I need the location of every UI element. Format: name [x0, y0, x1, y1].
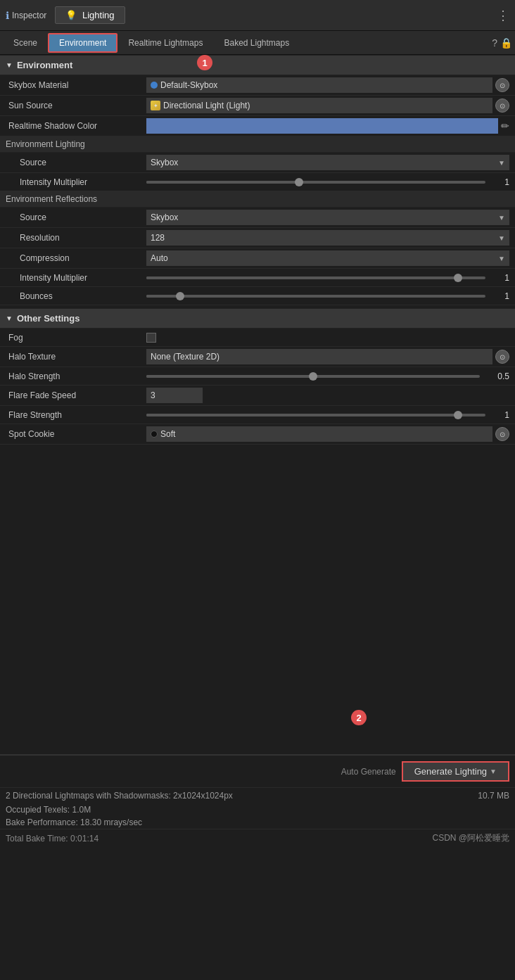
bounces-slider[interactable]: 1	[146, 291, 509, 301]
bounces-value: 1	[146, 291, 509, 301]
skybox-material-row: Skybox Material Default-Skybox ⊙	[0, 75, 515, 96]
tab-scene[interactable]: Scene	[3, 34, 48, 52]
slider-thumb[interactable]	[295, 178, 303, 186]
tab-baked-lightmaps[interactable]: Baked Lightmaps	[213, 34, 300, 52]
spot-cookie-value: Soft ⊙	[146, 426, 509, 442]
fog-checkbox[interactable]	[146, 333, 156, 343]
halo-texture-select-btn[interactable]: ⊙	[495, 350, 509, 364]
fog-label: Fog	[6, 333, 146, 343]
env-lighting-source-value: Skybox ▼	[146, 155, 509, 170]
halo-strength-val: 0.5	[484, 371, 509, 381]
environment-section-header[interactable]: ▼ Environment	[0, 55, 515, 75]
slider-track2	[146, 276, 485, 279]
bounces-row: Bounces 1	[0, 287, 515, 305]
slider-thumb3[interactable]	[176, 292, 184, 300]
env-reflections-intensity-value: 1	[146, 273, 509, 283]
inspector-tab[interactable]: ℹ Inspector	[6, 10, 46, 21]
lighting-tab[interactable]: 💡 Lighting	[55, 6, 125, 24]
env-reflections-source-value: Skybox ▼	[146, 210, 509, 225]
lock-icon[interactable]: 🔒	[500, 37, 512, 49]
generate-lighting-button[interactable]: Generate Lighting ▼	[402, 761, 509, 782]
slider-fill5	[146, 414, 458, 416]
halo-texture-field[interactable]: None (Texture 2D)	[146, 349, 492, 364]
env-reflections-intensity-val: 1	[490, 273, 509, 283]
tabs-row: Scene Environment Realtime Lightmaps Bak…	[0, 31, 515, 55]
env-reflections-source-label: Source	[6, 212, 146, 222]
skybox-material-value: Default-Skybox ⊙	[146, 77, 509, 93]
slider-track5	[146, 414, 485, 416]
badge-2: 2	[351, 710, 367, 725]
shadow-color-label: Realtime Shadow Color	[6, 121, 146, 131]
shadow-color-field[interactable]	[146, 118, 498, 134]
other-settings-section-header[interactable]: ▼ Other Settings	[0, 308, 515, 329]
compression-value: Auto ▼	[146, 250, 509, 266]
env-lighting-source-row: Source Skybox ▼	[0, 153, 515, 173]
slider-fill3	[146, 295, 180, 298]
slider-track3	[146, 295, 485, 298]
resolution-row: Resolution 128 ▼	[0, 228, 515, 248]
flare-strength-val: 1	[490, 410, 509, 420]
env-reflections-source-dropdown[interactable]: Skybox ▼	[146, 210, 509, 225]
env-lighting-intensity-label: Intensity Multiplier	[6, 177, 146, 187]
sun-source-label: Sun Source	[6, 101, 146, 110]
kebab-menu[interactable]: ⋮	[497, 8, 509, 23]
halo-texture-label: Halo Texture	[6, 352, 146, 362]
env-lighting-source-label: Source	[6, 158, 146, 167]
fog-value	[146, 333, 509, 343]
other-settings-title: Other Settings	[17, 313, 80, 324]
sun-source-row: Sun Source ✦ Directional Light (Light) ⊙	[0, 96, 515, 116]
env-reflections-intensity-slider[interactable]: 1	[146, 273, 509, 283]
spot-cookie-select-btn[interactable]: ⊙	[495, 427, 509, 441]
halo-texture-value: None (Texture 2D) ⊙	[146, 349, 509, 364]
slider-thumb4[interactable]	[309, 372, 317, 381]
skybox-dot-icon	[151, 82, 158, 89]
badge-1: 1	[197, 55, 212, 70]
sun-source-field[interactable]: ✦ Directional Light (Light)	[146, 98, 492, 113]
halo-strength-value: 0.5	[146, 371, 509, 381]
skybox-material-field[interactable]: Default-Skybox	[146, 77, 492, 93]
spot-cookie-row: Spot Cookie Soft ⊙	[0, 424, 515, 445]
shadow-color-value: ✏	[146, 118, 509, 134]
resolution-value: 128 ▼	[146, 230, 509, 246]
tab-environment[interactable]: Environment	[48, 33, 117, 53]
env-lighting-intensity-val: 1	[490, 177, 509, 187]
footer-row: Total Bake Time: 0:01:14 CSDN @阿松爱睡觉	[0, 829, 515, 848]
dropdown-arrow-icon: ▼	[498, 159, 505, 167]
halo-strength-row: Halo Strength 0.5	[0, 367, 515, 386]
halo-texture-row: Halo Texture None (Texture 2D) ⊙	[0, 347, 515, 367]
tab-realtime-lightmaps[interactable]: Realtime Lightmaps	[117, 34, 213, 52]
slider-thumb2[interactable]	[454, 274, 462, 282]
resolution-dropdown[interactable]: 128 ▼	[146, 230, 509, 246]
env-reflections-intensity-row: Intensity Multiplier 1	[0, 269, 515, 287]
halo-strength-label: Halo Strength	[6, 371, 146, 381]
fog-row: Fog	[0, 329, 515, 347]
slider-fill	[146, 181, 299, 184]
slider-thumb5[interactable]	[454, 411, 462, 419]
flare-fade-speed-label: Flare Fade Speed	[6, 390, 146, 400]
auto-generate-label: Auto Generate	[341, 767, 396, 777]
resolution-label: Resolution	[6, 233, 146, 243]
dropdown-arrow-icon4: ▼	[498, 255, 505, 262]
generate-lighting-label: Generate Lighting	[414, 766, 487, 777]
generate-dropdown-arrow: ▼	[490, 768, 497, 775]
inspector-label: Inspector	[12, 11, 46, 20]
slider-track	[146, 181, 485, 184]
skybox-material-select-btn[interactable]: ⊙	[495, 78, 509, 92]
env-lighting-intensity-slider[interactable]: 1	[146, 177, 509, 187]
sun-source-select-btn[interactable]: ⊙	[495, 98, 509, 113]
halo-strength-slider[interactable]: 0.5	[146, 371, 509, 381]
flare-strength-row: Flare Strength 1	[0, 406, 515, 424]
bounces-label: Bounces	[6, 291, 146, 301]
spacer	[0, 445, 515, 754]
compression-dropdown[interactable]: Auto ▼	[146, 250, 509, 266]
flare-fade-speed-input[interactable]	[146, 388, 203, 403]
directional-light-icon: ✦	[151, 101, 160, 110]
spot-cookie-field[interactable]: Soft	[146, 426, 492, 442]
color-edit-icon[interactable]: ✏	[501, 120, 509, 132]
env-lighting-source-dropdown[interactable]: Skybox ▼	[146, 155, 509, 170]
flare-fade-speed-value	[146, 388, 509, 403]
help-icon[interactable]: ?	[492, 37, 497, 49]
stats-row-1: 2 Directional Lightmaps with Shadowmasks…	[0, 787, 515, 803]
sun-source-value: ✦ Directional Light (Light) ⊙	[146, 98, 509, 113]
flare-strength-slider[interactable]: 1	[146, 410, 509, 420]
